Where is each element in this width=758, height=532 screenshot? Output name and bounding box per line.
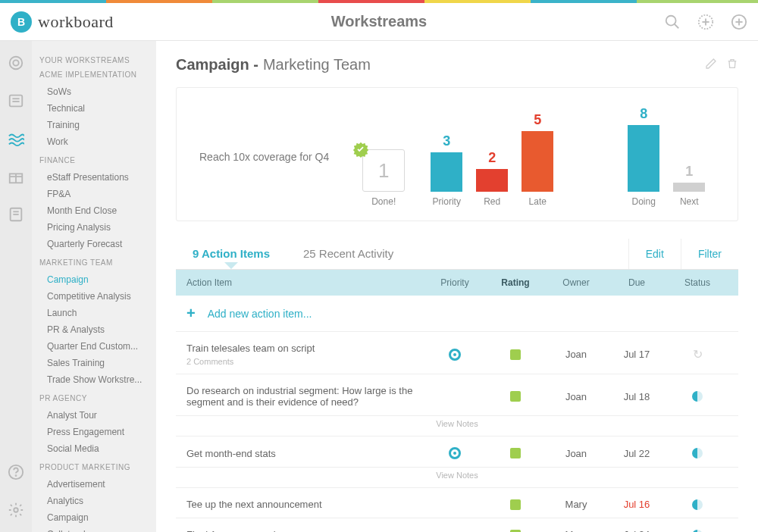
svg-point-21: [14, 508, 18, 512]
table-header: Action Item Priority Rating Owner Due St…: [176, 270, 738, 296]
sidebar-item[interactable]: Pricing Analysis: [39, 219, 156, 236]
sidebar: YOUR WORKSTREAMS ACME IMPLEMENTATIONSoWs…: [32, 41, 156, 532]
status-chart: 3Priority2Red5Late: [431, 112, 553, 207]
gift-icon[interactable]: [8, 168, 24, 185]
sidebar-item[interactable]: Competitive Analysis: [39, 288, 156, 305]
status-half-icon: [692, 499, 703, 510]
sidebar-group-heading: PRODUCT MARKETING: [39, 463, 156, 471]
page-title-rest: Marketing Team: [263, 56, 371, 74]
view-notes-link[interactable]: View Notes: [176, 468, 738, 488]
report-icon[interactable]: [8, 206, 24, 223]
sidebar-item[interactable]: eStaff Presentations: [39, 169, 156, 186]
tab-action-items[interactable]: 9 Action Items: [176, 238, 287, 269]
bar-column: 2Red: [476, 150, 508, 207]
page-title: Campaign - Marketing Team: [176, 56, 738, 74]
status-half-icon: [692, 391, 703, 402]
rating-icon: [510, 349, 521, 360]
th-owner[interactable]: Owner: [546, 277, 606, 288]
help-icon[interactable]: [8, 464, 24, 480]
target-icon[interactable]: [8, 55, 24, 71]
logo[interactable]: B workboard: [11, 11, 114, 33]
sidebar-item[interactable]: Trade Show Workstre...: [39, 371, 156, 388]
sidebar-item[interactable]: FP&A: [39, 186, 156, 202]
logo-icon: B: [11, 11, 32, 33]
sidebar-item[interactable]: Work: [39, 133, 156, 150]
bar-column: 5Late: [522, 112, 553, 207]
tabs: 9 Action Items 25 Recent Activity Edit F…: [176, 238, 738, 270]
status-half-icon: [692, 530, 703, 533]
table-row[interactable]: Do research on industrial segment: How l…: [176, 374, 738, 416]
sidebar-item[interactable]: Quarterly Forecast: [39, 236, 156, 252]
done-metric: 1 Done!: [362, 149, 405, 207]
bar-column: 8Doing: [628, 106, 659, 207]
table-row[interactable]: Final Acme press releaseMaryJul 24: [176, 518, 738, 532]
th-priority[interactable]: Priority: [424, 277, 485, 288]
rating-icon: [510, 448, 521, 458]
priority-icon: [449, 447, 461, 459]
sidebar-item[interactable]: Sales Training: [39, 355, 156, 371]
icon-rail: [0, 41, 32, 532]
th-status[interactable]: Status: [667, 277, 728, 288]
sidebar-item[interactable]: Launch: [39, 305, 156, 321]
rating-icon: [510, 530, 521, 533]
add-action-item-label: Add new action item...: [208, 308, 312, 320]
add-action-item-row[interactable]: + Add new action item...: [176, 296, 738, 332]
rating-icon: [510, 499, 521, 510]
header: B workboard Workstreams: [0, 3, 758, 41]
page-header-title: Workstreams: [331, 13, 427, 30]
sidebar-item[interactable]: Advertisement: [39, 476, 156, 493]
add-filter-icon[interactable]: [697, 14, 714, 30]
filter-button[interactable]: Filter: [681, 239, 738, 269]
done-value: 1: [378, 159, 389, 183]
goal-text: Reach 10x coverage for Q4: [199, 151, 329, 163]
sidebar-item[interactable]: Social Media: [39, 440, 156, 457]
svg-point-0: [666, 15, 676, 25]
sidebar-item[interactable]: Campaign: [39, 271, 156, 288]
sidebar-group-heading: ACME IMPLEMENTATION: [39, 70, 156, 79]
gear-icon[interactable]: [8, 502, 24, 518]
sidebar-group-heading: MARKETING TEAM: [39, 258, 156, 267]
table-row[interactable]: Train telesales team on script2 Comments…: [176, 332, 738, 374]
page-title-bold: Campaign -: [176, 56, 258, 74]
sidebar-group-heading: PR AGENCY: [39, 394, 156, 402]
sidebar-heading: YOUR WORKSTREAMS: [39, 56, 156, 64]
workstream-icon[interactable]: [8, 130, 24, 147]
bar-column: 1Next: [673, 164, 705, 207]
add-icon[interactable]: [731, 14, 747, 30]
svg-point-9: [13, 60, 18, 65]
sidebar-item[interactable]: Quarter End Custom...: [39, 338, 156, 355]
view-notes-link[interactable]: View Notes: [176, 416, 738, 437]
status-arrow-icon: ↻: [693, 348, 703, 361]
list-icon[interactable]: [8, 92, 24, 109]
sidebar-item[interactable]: PR & Analysts: [39, 321, 156, 338]
sidebar-item[interactable]: Analytics: [39, 493, 156, 509]
th-due[interactable]: Due: [606, 277, 667, 288]
th-rating[interactable]: Rating: [485, 277, 546, 288]
done-label: Done!: [362, 196, 405, 207]
sidebar-item[interactable]: Analyst Tour: [39, 407, 156, 424]
sidebar-item[interactable]: Collaterals: [39, 526, 156, 532]
trash-icon[interactable]: [726, 56, 738, 74]
svg-point-8: [10, 57, 23, 70]
progress-chart: 8Doing1Next: [628, 106, 705, 207]
th-action-item[interactable]: Action Item: [186, 277, 424, 288]
sidebar-item[interactable]: Technical: [39, 100, 156, 117]
sidebar-item[interactable]: Press Engagement: [39, 424, 156, 440]
edit-button[interactable]: Edit: [628, 239, 681, 269]
main-content: Campaign - Marketing Team Reach 10x cove…: [156, 41, 758, 532]
sidebar-item[interactable]: SoWs: [39, 83, 156, 100]
logo-text: workboard: [38, 12, 114, 32]
sidebar-item[interactable]: Campaign: [39, 509, 156, 526]
sidebar-group-heading: FINANCE: [39, 156, 156, 164]
edit-icon[interactable]: [705, 56, 717, 74]
sidebar-item[interactable]: Training: [39, 117, 156, 133]
svg-line-1: [675, 23, 679, 28]
checkmark-icon: [352, 141, 369, 158]
tab-recent-activity[interactable]: 25 Recent Activity: [287, 238, 410, 269]
sidebar-item[interactable]: Month End Close: [39, 202, 156, 219]
table-row[interactable]: Tee up the next announcementMaryJul 16: [176, 488, 738, 518]
table-row[interactable]: Get month-end statsJoanJul 22: [176, 437, 738, 468]
search-icon[interactable]: [664, 14, 681, 30]
status-half-icon: [692, 448, 703, 458]
rating-icon: [510, 391, 521, 402]
